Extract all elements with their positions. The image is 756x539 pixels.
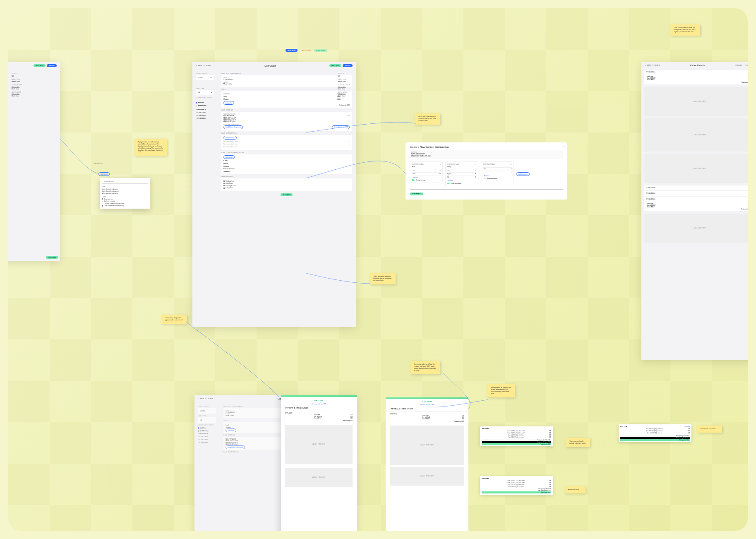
section-label: LABEL SETTINGS [221,176,352,178]
meta-label: ORDER ID [338,73,353,75]
delete-icon[interactable]: − [349,146,350,148]
order-details-frame: BACK TO ORDERS Order Details EXPAND ALL … [641,62,748,360]
fiber-pct[interactable]: 80 [475,173,476,175]
cancel-order-pill[interactable]: CANCEL ORDER [299,49,313,52]
page-title: Order Details [690,64,705,67]
add-fiber-button[interactable]: + Add fiber [412,176,441,178]
size-name[interactable]: Small [223,96,336,97]
meta-label: LAST CHANGE [338,91,353,93]
add-components-button[interactable]: Add Additional Components [223,125,243,129]
back-link[interactable]: BACK TO ORDERS [196,65,211,67]
expand-all-link[interactable]: EXPAND ALL [735,65,742,66]
edit-order-frame-left: SAVE ORDER PREVIEW ORDER ID 123 LABEL TY… [8,62,60,261]
preview-button[interactable]: PREVIEW [343,64,353,67]
label-preview: LABEL PREVIEW [644,154,748,183]
create-composition-button[interactable]: Create New Composition [332,125,350,129]
back-link[interactable]: BACK TO ORDERS [645,65,660,67]
close-icon[interactable]: × [278,398,279,400]
label-preview: LABEL PREVIEW [644,87,748,116]
dropdown-item[interactable]: Cover accessories before cleaning [102,205,148,207]
save-order-button[interactable]: SAVE ORDER [46,256,58,259]
made-in-select[interactable]: Made in India [223,83,232,85]
setting-checkbox[interactable]: Include Size [223,187,350,190]
delete-icon[interactable]: − [349,163,350,165]
col-header: SIZE NAME [223,93,336,95]
style-accordion-header[interactable]: STYL-12345b˄ [644,197,748,202]
style-summary-card: STYL-12345Reorder Size: 140/10Y (XS), wh… [619,424,691,442]
component-name[interactable]: Base [412,166,441,169]
fiber-name[interactable]: Nylon [447,173,451,175]
add-fiber-button[interactable]: + Add fiber [483,174,512,177]
delete-icon[interactable]: − [349,140,350,142]
add-new-style[interactable]: Add New [196,101,214,104]
show-percentage-toggle[interactable]: Show percentage [483,178,512,179]
place-order-button[interactable]: PLACE ORDER [422,401,432,403]
fiber-pct[interactable]: 20 [475,176,476,178]
delete-icon[interactable]: − [347,98,350,100]
delete-icon[interactable]: − [475,164,476,166]
component-card: COMPONENT NAME− TYPE% —— + Add fiber Sho… [481,161,514,181]
component-name[interactable]: Lining [447,166,476,169]
section-label: CARE CONTENT [221,109,352,111]
panel-title: Preview & Place Order [386,407,468,410]
label-type: Woven Dotis [12,81,27,82]
delete-icon[interactable]: − [349,160,350,162]
edit-order-preview-frame: BACK TO ORDERS Edit Order PO-LIST NUMBER… [194,395,357,531]
delete-icon[interactable]: − [440,164,441,166]
sticky-note: Alternative colors [565,486,586,493]
fiber-name[interactable]: Cotton [412,173,415,175]
place-order-button[interactable]: PLACE ORDER [312,399,326,402]
style-item[interactable]: ▸NEW STYLE [196,108,214,111]
add-another-button[interactable]: Add another [223,101,234,105]
add-component-button[interactable]: Add Component [516,172,530,176]
download-pdf-link[interactable]: Download order as a PDF [281,403,357,405]
search-input[interactable] [102,180,148,184]
add-channel-button[interactable]: Add channel [98,172,110,176]
download-pdf-link[interactable]: Download order as a PDF [386,404,468,406]
fiber-name[interactable]: Silk [447,176,449,178]
add-channel-button[interactable]: Add channel [223,155,235,159]
size-qty[interactable]: 1000 [337,99,346,100]
edit-link[interactable]: Edit [210,77,212,79]
add-existing-style[interactable]: Add Existing [196,104,214,107]
close-icon[interactable]: × [465,400,466,402]
dropdown-item[interactable]: Name of saved combination 3 [102,192,148,195]
save-order-button[interactable]: SAVE ORDER [34,64,46,67]
label-preview: LABEL PREVIEW [644,214,748,243]
total-line: Total quantity: 825 [285,420,353,421]
save-order-pill[interactable]: SAVE ORDER [286,49,298,52]
lang-select[interactable]: US [198,91,200,94]
reorder-link[interactable]: Reorder [685,426,690,428]
edit-link[interactable]: Edit [348,115,350,117]
close-icon[interactable]: × [563,145,564,147]
component-card: COMPONENT NAME− Base TYPE% Cotton100 + A… [410,161,443,183]
style-accordion-header[interactable]: STYL-12345a˄ [644,70,748,75]
show-percentage-toggle[interactable]: Show percentage [447,183,476,184]
sticky-note: Reorder link placement. [697,426,722,433]
style-accordion-header[interactable]: STYL-12345b˅ [644,185,748,190]
style-item[interactable]: ▸STYL-12345 [196,117,214,120]
label-type: Woven Dotis [338,81,353,82]
delete-icon[interactable]: − [349,143,350,145]
fiber-pct[interactable]: 100 [439,173,441,175]
add-instructions-button[interactable]: Add Instructions [223,136,237,140]
section-label: CARE INSTRUCTIONS [221,132,352,134]
total-bar: Total quantity: 825 [482,443,551,445]
save-order-button[interactable]: SAVE ORDER [329,64,341,67]
back-link[interactable]: BACK TO ORDERS [198,398,213,400]
delete-icon[interactable]: − [511,164,512,166]
preview-button[interactable]: PREVIEW [47,64,57,67]
place-order-pill[interactable]: PLACE ORDER [314,49,327,52]
add-fiber-button[interactable]: + Add fiber [447,179,476,182]
translation-row: Russian [223,166,350,167]
field-label: PO-LIST NUMBER [196,73,214,75]
meta-label: LABEL TYPE [12,79,27,80]
style-item[interactable]: ▸STYL-12345 [196,111,214,114]
style-item[interactable]: ▸STYL-12345 [196,114,214,117]
show-percentage-toggle[interactable]: Show percentage [412,179,441,181]
save-order-button[interactable]: SAVE ORDER [281,193,293,196]
save-variants-button[interactable]: SAVE VARIANTS [410,192,423,195]
size-name[interactable]: Medium [223,99,336,100]
style-accordion-header[interactable]: STYL-12345b˅ [644,191,748,196]
collapse-all-link[interactable]: COLLAPSE ALL [745,65,748,66]
